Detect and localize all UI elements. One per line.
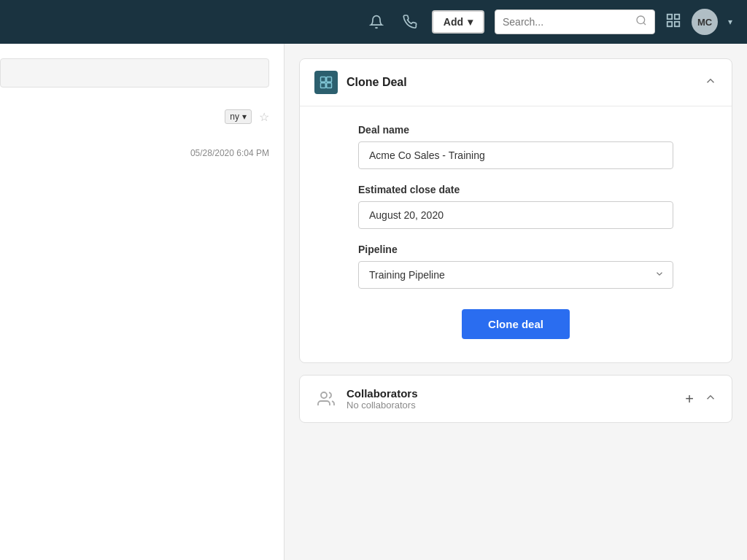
svg-rect-6 (321, 77, 326, 82)
search-icon (635, 15, 647, 29)
avatar-initials: MC (697, 17, 712, 28)
deal-icon (314, 71, 338, 94)
bell-icon[interactable] (365, 10, 388, 34)
clone-deal-card-header: Clone Deal (300, 59, 732, 106)
clone-deal-form: Deal name Estimated close date Pipeline … (300, 106, 732, 362)
top-navigation: Add ▾ MC ▾ (0, 0, 747, 44)
right-panel: Clone Deal Deal name Estimated close dat… (285, 44, 747, 560)
collaborators-collapse-icon[interactable] (704, 391, 717, 407)
svg-rect-4 (667, 21, 672, 26)
close-date-label: Estimated close date (358, 184, 673, 195)
company-tag-label: ny (230, 112, 239, 122)
deal-name-label: Deal name (358, 124, 673, 136)
left-search-box (0, 58, 269, 88)
collaborators-icon (314, 387, 338, 411)
user-menu-chevron-icon[interactable]: ▾ (728, 17, 732, 27)
collab-actions: + (685, 391, 717, 408)
timestamp: 05/28/2020 6:04 PM (190, 148, 269, 158)
svg-rect-7 (327, 77, 332, 82)
search-input[interactable] (503, 16, 631, 28)
svg-rect-8 (321, 83, 326, 88)
star-icon[interactable]: ☆ (259, 110, 269, 124)
grid-icon[interactable] (665, 12, 681, 32)
collaborators-card: Collaborators No collaborators + (299, 375, 732, 423)
close-date-group: Estimated close date (358, 184, 673, 229)
avatar[interactable]: MC (692, 9, 718, 35)
svg-rect-9 (327, 83, 332, 88)
add-collaborator-icon[interactable]: + (685, 391, 694, 408)
svg-point-0 (637, 16, 645, 24)
deal-name-input[interactable] (358, 141, 673, 169)
svg-line-1 (643, 23, 646, 25)
clone-deal-card: Clone Deal Deal name Estimated close dat… (299, 58, 732, 363)
deal-name-group: Deal name (358, 124, 673, 169)
left-panel: ny ▾ ☆ 05/28/2020 6:04 PM (0, 44, 285, 560)
pipeline-label: Pipeline (358, 244, 673, 255)
company-tag[interactable]: ny ▾ (225, 109, 252, 124)
close-date-input[interactable] (358, 201, 673, 229)
clone-deal-title: Clone Deal (347, 76, 407, 89)
collab-title-group: Collaborators No collaborators (347, 387, 418, 411)
svg-rect-5 (675, 21, 679, 26)
search-bar (495, 9, 655, 34)
svg-rect-3 (675, 14, 679, 18)
pipeline-group: Pipeline Training Pipeline Sales Pipelin… (358, 244, 673, 289)
add-button[interactable]: Add ▾ (432, 10, 484, 34)
svg-point-10 (321, 392, 327, 398)
collaborators-card-header: Collaborators No collaborators + (300, 376, 732, 422)
list-item: ny ▾ ☆ (0, 102, 284, 131)
collab-header-left: Collaborators No collaborators (314, 387, 418, 411)
clone-deal-button[interactable]: Clone deal (462, 309, 570, 339)
clone-deal-btn-label: Clone deal (488, 318, 543, 330)
card-header-left: Clone Deal (314, 71, 407, 94)
svg-rect-2 (667, 14, 672, 18)
main-content: ny ▾ ☆ 05/28/2020 6:04 PM (0, 44, 747, 560)
add-label: Add (444, 16, 463, 28)
collaborators-title: Collaborators (347, 387, 418, 400)
pipeline-select-wrapper: Training Pipeline Sales Pipeline Support… (358, 261, 673, 289)
clone-deal-collapse-icon[interactable] (704, 74, 717, 90)
company-chevron-icon: ▾ (242, 112, 247, 122)
add-chevron-icon: ▾ (468, 16, 473, 28)
collaborators-subtitle: No collaborators (347, 400, 418, 411)
pipeline-select[interactable]: Training Pipeline Sales Pipeline Support… (358, 261, 673, 289)
phone-icon[interactable] (398, 10, 422, 34)
